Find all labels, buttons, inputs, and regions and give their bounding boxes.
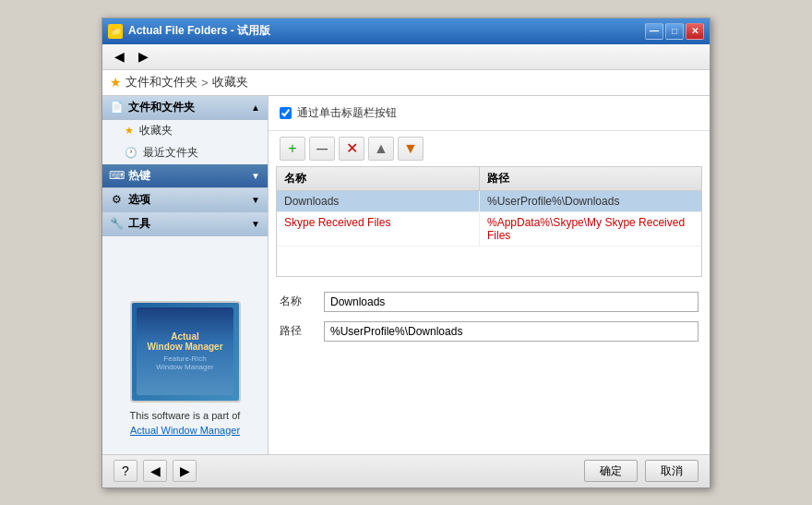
window-icon: 📁 (108, 24, 123, 39)
nav-forward-icon: ▶ (180, 463, 190, 478)
files-header-icon: 📄 (110, 101, 123, 114)
title-click-checkbox[interactable] (280, 107, 292, 119)
nav-header-options[interactable]: ⚙ 选项 ▼ (102, 188, 268, 212)
ad-subtitle: Feature-RichWindow Manager (156, 355, 213, 371)
row1-name: Downloads (277, 191, 480, 211)
subtract-button[interactable]: — (309, 137, 335, 161)
table-row[interactable]: Skype Received Files %AppData%\Skype\My … (277, 212, 701, 246)
help-button[interactable]: ? (113, 460, 137, 482)
table-row[interactable]: Downloads %UserProfile%\Downloads (277, 191, 701, 212)
nav-section-hotkeys: ⌨ 热键 ▼ (102, 164, 268, 188)
right-panel: 通过单击标题栏按钮 + — ✕ ▲ ▼ 名称 路径 Downloads %Use (269, 96, 710, 454)
left-panel: 📄 文件和文件夹 ▲ ★ 收藏夹 🕐 最近文件夹 (102, 96, 269, 454)
recent-icon: 🕐 (125, 147, 137, 159)
ad-part-of-text: This software is a part of (130, 410, 241, 421)
detail-path-input[interactable] (324, 321, 699, 342)
col-name-header: 名称 (277, 167, 480, 190)
row2-path: %AppData%\Skype\My Skype Received Files (480, 212, 701, 246)
move-up-button[interactable]: ▲ (368, 137, 394, 161)
bottom-right-controls: 确定 取消 (584, 460, 699, 482)
title-bar: 📁 Actual File Folders - 试用版 — □ ✕ (102, 18, 710, 44)
row2-name: Skype Received Files (277, 212, 480, 246)
nav-section-options: ⚙ 选项 ▼ (102, 188, 268, 212)
nav-section-files: 📄 文件和文件夹 ▲ ★ 收藏夹 🕐 最近文件夹 (102, 96, 268, 164)
detail-area: 名称 路径 (269, 284, 710, 454)
table-header: 名称 路径 (277, 167, 701, 191)
nav-back-button[interactable]: ◀ (143, 460, 167, 482)
nav-section-tools: 🔧 工具 ▼ (102, 212, 268, 236)
window-controls: — □ ✕ (645, 23, 704, 40)
nav-header-files[interactable]: 📄 文件和文件夹 ▲ (102, 96, 268, 120)
main-content: 📄 文件和文件夹 ▲ ★ 收藏夹 🕐 最近文件夹 (102, 96, 710, 454)
nav-files-label: 文件和文件夹 (128, 100, 195, 115)
favorites-icon: ★ (125, 125, 134, 137)
row1-path: %UserProfile%\Downloads (480, 191, 701, 211)
move-down-button[interactable]: ▼ (398, 137, 424, 161)
bottom-left-controls: ? ◀ ▶ (113, 460, 197, 482)
breadcrumb-star-icon: ★ (110, 75, 122, 90)
bottom-bar: ? ◀ ▶ 确定 取消 (102, 454, 710, 487)
detail-path-row: 路径 (280, 321, 699, 342)
tools-chevron-icon: ▼ (251, 219, 260, 229)
options-header-icon: ⚙ (110, 193, 123, 206)
detail-name-input[interactable] (324, 292, 699, 312)
cancel-button[interactable]: 取消 (645, 460, 699, 482)
breadcrumb-part1[interactable]: 文件和文件夹 (125, 74, 197, 90)
forward-button[interactable]: ▶ (132, 46, 154, 66)
sidebar-item-favorites[interactable]: ★ 收藏夹 (102, 120, 268, 142)
files-chevron-icon: ▲ (251, 102, 260, 113)
breadcrumb-part2[interactable]: 收藏夹 (212, 74, 248, 90)
sidebar-item-recent[interactable]: 🕐 最近文件夹 (102, 142, 268, 164)
checkbox-area: 通过单击标题栏按钮 (269, 96, 710, 131)
nav-header-hotkeys[interactable]: ⌨ 热键 ▼ (102, 164, 268, 188)
ok-button[interactable]: 确定 (584, 460, 638, 482)
maximize-button[interactable]: □ (665, 23, 684, 40)
hotkeys-chevron-icon: ▼ (251, 171, 260, 181)
nav-forward-button[interactable]: ▶ (173, 460, 197, 482)
ad-product-link[interactable]: Actual Window Manager (130, 425, 240, 436)
back-button[interactable]: ◀ (108, 46, 130, 66)
checkbox-label: 通过单击标题栏按钮 (297, 105, 397, 121)
minimize-button[interactable]: — (645, 23, 663, 40)
favorites-table: 名称 路径 Downloads %UserProfile%\Downloads … (276, 166, 702, 277)
hotkeys-header-icon: ⌨ (110, 169, 123, 182)
nav-header-tools[interactable]: 🔧 工具 ▼ (102, 212, 268, 236)
detail-name-row: 名称 (280, 292, 699, 312)
breadcrumb: ★ 文件和文件夹 > 收藏夹 (102, 70, 710, 96)
window-title: Actual File Folders - 试用版 (128, 23, 645, 39)
help-icon: ? (122, 463, 129, 478)
col-path-header: 路径 (480, 167, 701, 190)
nav-tools-label: 工具 (128, 216, 150, 232)
close-button[interactable]: ✕ (686, 23, 704, 40)
tools-header-icon: 🔧 (110, 217, 123, 230)
options-chevron-icon: ▼ (251, 195, 260, 205)
add-button[interactable]: + (280, 137, 305, 161)
detail-name-label: 名称 (280, 294, 316, 309)
nav-back-icon: ◀ (150, 463, 161, 478)
ad-product-image: ActualWindow Manager Feature-RichWindow … (130, 301, 241, 403)
delete-button[interactable]: ✕ (339, 137, 364, 161)
toolbar: ◀ ▶ (102, 44, 710, 70)
ad-area: ActualWindow Manager Feature-RichWindow … (102, 236, 268, 454)
detail-path-label: 路径 (280, 323, 316, 339)
ad-title: ActualWindow Manager (147, 331, 222, 352)
recent-label: 最近文件夹 (143, 145, 198, 161)
favorites-label: 收藏夹 (139, 123, 173, 138)
breadcrumb-separator: > (201, 76, 209, 90)
nav-hotkeys-label: 热键 (128, 168, 150, 184)
action-bar: + — ✕ ▲ ▼ (269, 131, 710, 166)
nav-options-label: 选项 (128, 192, 150, 208)
